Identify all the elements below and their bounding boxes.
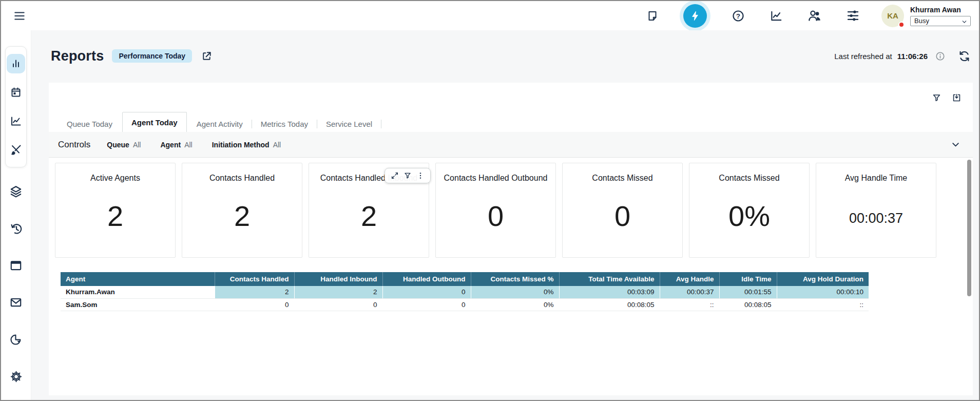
sidebar-item-analytics[interactable] <box>7 111 25 131</box>
chevron-down-icon <box>950 139 962 150</box>
external-link-icon <box>201 50 213 62</box>
avatar[interactable]: KA <box>881 5 904 27</box>
filter-agent[interactable]: Agent All <box>160 141 192 149</box>
user-name: Khurram Awan <box>910 6 971 14</box>
sidebar-item-reports[interactable] <box>7 54 25 73</box>
expand-icon <box>391 171 399 180</box>
hamburger-menu-button[interactable] <box>12 9 27 23</box>
col-avg-handle[interactable]: Avg Handle <box>660 272 719 286</box>
controls-collapse-button[interactable] <box>950 139 962 150</box>
sidebar-item-design[interactable] <box>7 140 25 160</box>
page-title: Reports <box>51 48 104 64</box>
kpi-card-contacts-handled-outbound: Contacts Handled Outbound 0 <box>435 163 556 258</box>
history-clock-icon <box>9 222 23 235</box>
refresh-button[interactable] <box>958 50 971 63</box>
help-icon: ? <box>732 9 745 23</box>
col-agent[interactable]: Agent <box>61 272 215 286</box>
design-brush-icon <box>10 144 22 156</box>
table-row: Khurram.Awan 2 2 0 0% 00:03:09 00:00:37 … <box>61 286 869 298</box>
sidebar-item-mail[interactable] <box>8 296 24 309</box>
note-button[interactable] <box>646 10 659 22</box>
sidebar-item-pie-reports[interactable] <box>8 333 24 346</box>
card-filter-button[interactable] <box>403 171 412 180</box>
card-more-options-button[interactable] <box>416 171 425 180</box>
avatar-initials: KA <box>887 11 898 20</box>
refresh-icon <box>958 50 971 63</box>
left-sidebar <box>1 30 31 400</box>
tab-metrics-today[interactable]: Metrics Today <box>252 116 317 132</box>
col-total-time-available[interactable]: Total Time Available <box>559 272 660 286</box>
sidebar-item-layers[interactable] <box>8 185 24 198</box>
vertical-scrollbar[interactable] <box>967 160 971 296</box>
people-icon <box>808 9 821 23</box>
help-button[interactable]: ? <box>732 9 745 23</box>
report-badge: Performance Today <box>112 49 192 63</box>
download-box-icon <box>952 93 962 103</box>
cell-agent-name: Khurram.Awan <box>61 286 215 298</box>
filter-queue[interactable]: Queue All <box>107 141 141 149</box>
settings-sliders-button[interactable] <box>846 9 860 23</box>
sidebar-item-window[interactable] <box>8 259 24 272</box>
main-area: Reports Performance Today Last refreshed… <box>31 30 979 400</box>
topbar-icon-group: ? <box>646 4 860 28</box>
info-button[interactable] <box>935 51 946 62</box>
col-avg-hold-duration[interactable]: Avg Hold Duration <box>777 272 869 286</box>
note-icon <box>646 10 659 22</box>
top-navigation-bar: ? <box>1 1 979 30</box>
kebab-menu-icon <box>416 171 425 180</box>
report-content: Active Agents 2 Contacts Handled 2 Conta… <box>49 158 973 395</box>
col-contacts-handled[interactable]: Contacts Handled <box>215 272 294 286</box>
cell-agent-name: Sam.Som <box>61 298 215 311</box>
filter-initiation-method[interactable]: Initiation Method All <box>212 141 281 149</box>
pie-chart-icon <box>9 333 23 346</box>
col-idle-time[interactable]: Idle Time <box>719 272 777 286</box>
tab-service-level[interactable]: Service Level <box>317 116 381 132</box>
status-value: Busy <box>914 17 929 25</box>
svg-text:?: ? <box>736 12 740 20</box>
kpi-card-contacts-missed-pct: Contacts Missed 0% <box>689 163 810 258</box>
controls-bar: Controls Queue All Agent All Initiation … <box>49 132 973 158</box>
contacts-button[interactable] <box>808 9 821 23</box>
app-window: ? <box>0 0 980 401</box>
col-handled-inbound[interactable]: Handled Inbound <box>294 272 382 286</box>
status-select[interactable]: Busy <box>910 16 971 26</box>
controls-title: Controls <box>58 140 90 150</box>
sidebar-item-settings[interactable] <box>8 370 24 383</box>
info-icon <box>935 51 946 62</box>
sidebar-item-history[interactable] <box>8 222 24 235</box>
bar-chart-icon <box>10 58 22 70</box>
card-hover-toolbar <box>385 168 431 183</box>
sidebar-nav-card <box>5 46 27 167</box>
tab-agent-activity[interactable]: Agent Activity <box>188 116 252 132</box>
col-contacts-missed-pct[interactable]: Contacts Missed % <box>471 272 559 286</box>
tab-queue-today[interactable]: Queue Today <box>58 116 121 132</box>
table-row: Sam.Som 0 0 0 0% 00:08:05 :: 00:08:05 :: <box>61 298 869 311</box>
sliders-icon <box>846 9 860 23</box>
card-expand-button[interactable] <box>391 171 399 180</box>
panel-download-button[interactable] <box>952 93 962 103</box>
tab-agent-today[interactable]: Agent Today <box>122 112 187 132</box>
quick-actions-button[interactable] <box>683 4 707 28</box>
user-area: KA Khurram Awan Busy <box>881 5 971 27</box>
gear-icon <box>9 370 23 384</box>
filter-funnel-icon <box>403 171 412 180</box>
chevron-down-icon <box>961 18 968 25</box>
last-refreshed-label: Last refreshed at <box>834 52 892 61</box>
col-handled-outbound[interactable]: Handled Outbound <box>382 272 471 286</box>
metrics-button[interactable] <box>770 9 783 23</box>
browser-window-icon <box>9 259 23 272</box>
open-in-new-window-button[interactable] <box>201 50 213 62</box>
report-tabs: Queue Today Agent Today Agent Activity M… <box>58 112 381 132</box>
table-header-row: Agent Contacts Handled Handled Inbound H… <box>61 272 869 286</box>
sidebar-item-schedule[interactable] <box>7 83 25 102</box>
filter-funnel-icon <box>932 93 941 103</box>
kpi-card-avg-handle-time: Avg Handle Time 00:00:37 <box>816 163 936 258</box>
kpi-cards-row: Active Agents 2 Contacts Handled 2 Conta… <box>55 163 973 258</box>
panel-filter-button[interactable] <box>932 93 941 103</box>
agent-table: Agent Contacts Handled Handled Inbound H… <box>61 272 973 311</box>
kpi-card-contacts-missed: Contacts Missed 0 <box>562 163 683 258</box>
presence-busy-dot <box>898 22 905 28</box>
line-chart-icon <box>10 115 22 127</box>
lightning-bolt-icon <box>689 10 701 22</box>
page-header: Reports Performance Today Last refreshed… <box>49 43 973 69</box>
